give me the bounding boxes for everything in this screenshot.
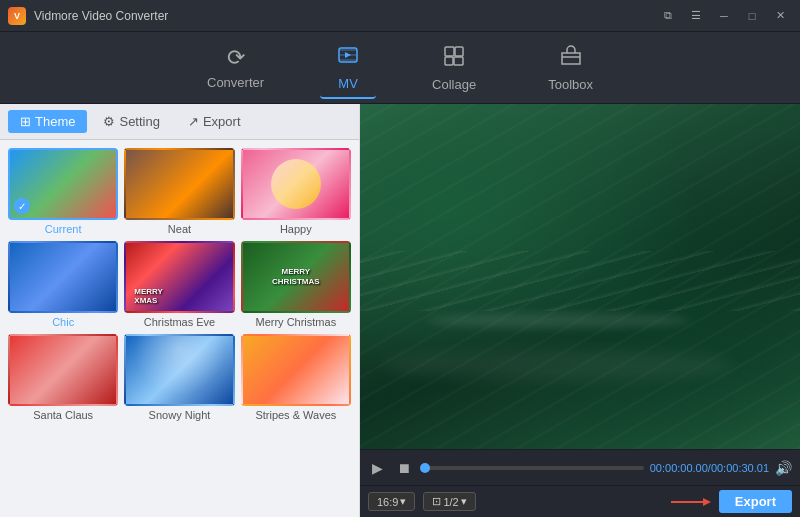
preview-video: [360, 104, 800, 449]
export-tab-icon: ↗: [188, 114, 199, 129]
tab-setting[interactable]: ⚙ Setting: [91, 110, 171, 133]
theme-neat[interactable]: Neat: [124, 148, 234, 235]
player-controls: ▶ ⏹ 00:00:00.00/00:00:30.01 🔊: [360, 449, 800, 485]
ratio-label: 16:9: [377, 496, 398, 508]
theme-happy[interactable]: Happy: [241, 148, 351, 235]
svg-marker-6: [703, 498, 711, 506]
theme-snowy-thumb: [124, 334, 234, 406]
theme-tab-label: Theme: [35, 114, 75, 129]
converter-icon: ⟳: [227, 45, 245, 71]
app-icon: V: [8, 7, 26, 25]
close-button[interactable]: ✕: [768, 5, 792, 27]
nav-mv-label: MV: [338, 76, 358, 91]
theme-merry-christmas-label: Merry Christmas: [255, 316, 336, 328]
zoom-button[interactable]: ⊡ 1/2 ▾: [423, 492, 475, 511]
theme-santa-label: Santa Claus: [33, 409, 93, 421]
theme-christmas-eve-label: Christmas Eve: [144, 316, 216, 328]
theme-current-label: Current: [45, 223, 82, 235]
time-display: 00:00:00.00/00:00:30.01: [650, 462, 769, 474]
theme-stripes-label: Stripes & Waves: [255, 409, 336, 421]
ratio-button[interactable]: 16:9 ▾: [368, 492, 415, 511]
progress-dot: [420, 463, 430, 473]
theme-santa-thumb: [8, 334, 118, 406]
nav-mv[interactable]: MV: [320, 37, 376, 99]
right-bottom-bar: 16:9 ▾ ⊡ 1/2 ▾ Export: [360, 485, 800, 517]
nav-converter[interactable]: ⟳ Converter: [191, 39, 280, 96]
window-controls: ⧉ ☰ ─ □ ✕: [656, 5, 792, 27]
volume-button[interactable]: 🔊: [775, 460, 792, 476]
theme-neat-label: Neat: [168, 223, 191, 235]
theme-current-thumb: ✓: [8, 148, 118, 220]
setting-tab-icon: ⚙: [103, 114, 115, 129]
theme-xmas-eve-thumb: MERRYXMAS: [124, 241, 234, 313]
theme-merry-christmas[interactable]: MERRYCHRISTMAS Merry Christmas: [241, 241, 351, 328]
tab-theme[interactable]: ⊞ Theme: [8, 110, 87, 133]
export-button[interactable]: Export: [719, 490, 792, 513]
theme-tab-icon: ⊞: [20, 114, 31, 129]
theme-happy-thumb: [241, 148, 351, 220]
export-tab-label: Export: [203, 114, 241, 129]
stop-button[interactable]: ⏹: [393, 458, 415, 478]
theme-merry-xmas-thumb: MERRYCHRISTMAS: [241, 241, 351, 313]
panel-tabs: ⊞ Theme ⚙ Setting ↗ Export: [0, 104, 359, 140]
zoom-chevron: ▾: [461, 495, 467, 508]
svg-rect-2: [455, 47, 463, 56]
nav-collage-label: Collage: [432, 77, 476, 92]
selected-check: ✓: [14, 198, 30, 214]
theme-grid: ✓ Current Neat Happy C: [0, 140, 359, 517]
theme-happy-label: Happy: [280, 223, 312, 235]
theme-neat-thumb: [124, 148, 234, 220]
preview-area: [360, 104, 800, 449]
toolbox-icon: [559, 44, 583, 73]
nav-bar: ⟳ Converter MV Collage Toolbox: [0, 32, 800, 104]
theme-current[interactable]: ✓ Current: [8, 148, 118, 235]
theme-stripes-thumb: [241, 334, 351, 406]
export-arrow: [671, 495, 711, 509]
app-title: Vidmore Video Converter: [34, 9, 656, 23]
nav-toolbox[interactable]: Toolbox: [532, 38, 609, 98]
setting-tab-label: Setting: [119, 114, 159, 129]
progress-bar[interactable]: [421, 466, 644, 470]
nav-converter-label: Converter: [207, 75, 264, 90]
theme-snowy-night[interactable]: Snowy Night: [124, 334, 234, 421]
minimize-button[interactable]: ─: [712, 5, 736, 27]
maximize-button[interactable]: □: [740, 5, 764, 27]
theme-christmas-eve[interactable]: MERRYXMAS Christmas Eve: [124, 241, 234, 328]
theme-chic-thumb: [8, 241, 118, 313]
svg-rect-3: [445, 57, 453, 65]
menu-button[interactable]: ☰: [684, 5, 708, 27]
title-bar: V Vidmore Video Converter ⧉ ☰ ─ □ ✕: [0, 0, 800, 32]
zoom-icon: ⊡: [432, 495, 441, 508]
theme-chic-label: Chic: [52, 316, 74, 328]
nav-toolbox-label: Toolbox: [548, 77, 593, 92]
play-button[interactable]: ▶: [368, 458, 387, 478]
theme-snowy-label: Snowy Night: [149, 409, 211, 421]
svg-rect-1: [445, 47, 454, 56]
theme-chic[interactable]: Chic: [8, 241, 118, 328]
main-content: ⊞ Theme ⚙ Setting ↗ Export ✓ Current: [0, 104, 800, 517]
nav-collage[interactable]: Collage: [416, 38, 492, 98]
chat-button[interactable]: ⧉: [656, 5, 680, 27]
right-panel: ▶ ⏹ 00:00:00.00/00:00:30.01 🔊 16:9 ▾ ⊡ 1…: [360, 104, 800, 517]
zoom-label: 1/2: [443, 496, 458, 508]
left-panel: ⊞ Theme ⚙ Setting ↗ Export ✓ Current: [0, 104, 360, 517]
mv-icon: [336, 43, 360, 72]
ratio-chevron: ▾: [400, 495, 406, 508]
theme-santa-claus[interactable]: Santa Claus: [8, 334, 118, 421]
theme-stripes-waves[interactable]: Stripes & Waves: [241, 334, 351, 421]
tab-export[interactable]: ↗ Export: [176, 110, 253, 133]
svg-rect-4: [454, 57, 463, 65]
collage-icon: [442, 44, 466, 73]
